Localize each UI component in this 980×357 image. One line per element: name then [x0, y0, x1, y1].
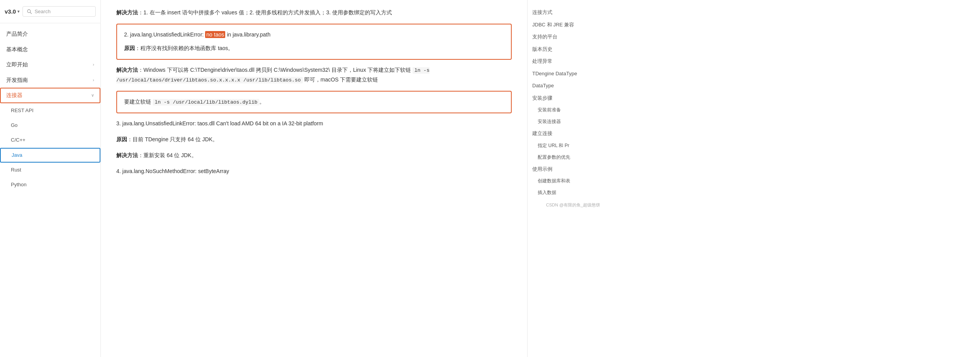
chevron-right-icon: › [93, 62, 94, 68]
solution2-intro-block: 解决方法：Windows 下可以将 C:\TDengine\driver\tao… [116, 65, 512, 85]
solution2-end: 。 [259, 99, 265, 105]
error2-suffix: in java.library.path [225, 31, 270, 38]
error2-highlight: no taos [205, 31, 225, 38]
sidebar-item-dev-guide[interactable]: 开发指南 › [0, 73, 100, 88]
sidebar-item-label: Go [11, 122, 17, 129]
sidebar-item-label: 产品简介 [6, 30, 28, 38]
version-label: v3.0 [5, 8, 16, 15]
right-sidebar-item-usage-examples[interactable]: 使用示例 [532, 163, 600, 175]
sidebar-item-label: 基本概念 [6, 46, 28, 54]
error3-block: 3. java.lang.UnsatisfiedLinkError: taos.… [116, 119, 512, 128]
right-sidebar-item-specify-url[interactable]: 指定 URL 和 Pr [532, 140, 600, 151]
sidebar-item-cpp[interactable]: C/C++ [0, 133, 100, 147]
sidebar-item-java[interactable]: Java [0, 148, 100, 163]
sidebar-header: v3.0 ▾ Search [0, 0, 100, 23]
cause3-block: 原因：目前 TDengine 只支持 64 位 JDK。 [116, 135, 512, 144]
right-sidebar-item-tdengine-datatype[interactable]: TDengine DataType [532, 68, 600, 80]
solution2-code2: ln -s /usr/local/lib/libtaos.dylib [153, 99, 259, 106]
sidebar-item-label: 立即开始 [6, 61, 28, 69]
sidebar-item-go[interactable]: Go [0, 118, 100, 133]
error2-cause: 原因：程序没有找到依赖的本地函数库 taos。 [124, 43, 504, 53]
sidebar-item-label: 开发指南 [6, 76, 28, 84]
watermark: CSDN @有限的鱼_超级憨饼 [532, 202, 600, 208]
right-sidebar-item-install-steps[interactable]: 安装步骤 [532, 92, 600, 104]
chevron-right-icon: › [93, 77, 94, 83]
cause2-label: 原因 [124, 45, 135, 51]
search-box[interactable]: Search [22, 6, 96, 17]
error3-number: 3. java.lang.UnsatisfiedLinkError: taos.… [116, 120, 323, 127]
version-selector[interactable]: v3.0 ▾ [5, 8, 19, 15]
sidebar-item-rest-api[interactable]: REST API [0, 103, 100, 118]
right-sidebar-item-handle-exceptions[interactable]: 处理异常 [532, 55, 600, 68]
right-sidebar-item-pre-install[interactable]: 安装前准备 [532, 104, 600, 116]
search-placeholder: Search [35, 9, 50, 14]
sidebar-item-label: C/C++ [11, 137, 26, 144]
cause3-text: ：目前 TDengine 只支持 64 位 JDK。 [127, 136, 218, 142]
svg-line-1 [30, 12, 32, 14]
solution1-text: ：1. 在一条 insert 语句中拼接多个 values 值；2. 使用多线程… [138, 9, 392, 16]
error2-box: 2. java.lang.UnsatisfiedLinkError: no ta… [116, 24, 512, 59]
chevron-down-icon: ∨ [91, 92, 94, 98]
solution1-block: 解决方法：1. 在一条 insert 语句中拼接多个 values 值；2. 使… [116, 8, 512, 17]
right-sidebar-item-version-history[interactable]: 版本历史 [532, 43, 600, 55]
error4-number: 4. java.lang.NoSuchMethodError: setByteA… [116, 168, 229, 174]
right-sidebar-item-datatype[interactable]: DataType [532, 80, 600, 92]
solution2-code-box: 要建立软链 ln -s /usr/local/lib/libtaos.dylib… [116, 91, 512, 113]
right-sidebar-item-create-db-table[interactable]: 创建数据库和表 [532, 175, 600, 187]
right-sidebar-item-insert-data[interactable]: 插入数据 [532, 187, 600, 198]
solution2-macos-text: 要建立软链 [124, 99, 153, 105]
right-sidebar-item-supported-platforms[interactable]: 支持的平台 [532, 31, 600, 43]
sidebar-item-python[interactable]: Python [0, 177, 100, 192]
search-icon [27, 9, 32, 14]
sidebar-item-basic-concepts[interactable]: 基本概念 [0, 42, 100, 57]
error2-number: 2. java.lang.UnsatisfiedLinkError: [124, 31, 205, 38]
sidebar-nav: 产品简介 基本概念 立即开始 › 开发指南 › 连接器 ∨ REST API G… [0, 23, 100, 195]
right-sidebar-item-connection-method[interactable]: 连接方式 [532, 6, 600, 19]
sidebar-item-connector[interactable]: 连接器 ∨ [0, 88, 100, 103]
sidebar-item-label: REST API [11, 107, 33, 114]
solution2-intro: ：Windows 下可以将 C:\TDengine\driver\taos.dl… [138, 67, 412, 73]
right-sidebar-item-jdbc-jre[interactable]: JDBC 和 JRE 兼容 [532, 19, 600, 31]
solution1-label: 解决方法 [116, 9, 138, 16]
solution3-label: 解决方法 [116, 152, 138, 158]
sidebar-item-label: Python [11, 181, 26, 188]
chevron-down-icon: ▾ [17, 9, 19, 14]
error2-title: 2. java.lang.UnsatisfiedLinkError: no ta… [124, 30, 504, 40]
solution2-mid: 即可，macOS 下需要建立软链 [303, 76, 378, 83]
cause2-text: ：程序没有找到依赖的本地函数库 taos。 [135, 45, 233, 51]
solution3-text: ：重新安装 64 位 JDK。 [138, 152, 197, 158]
sidebar-item-label: Java [12, 152, 22, 159]
sidebar-item-product-intro[interactable]: 产品简介 [0, 26, 100, 42]
left-sidebar: v3.0 ▾ Search 产品简介 基本概念 立即开始 › 开发指南 › [0, 0, 101, 357]
error4-block: 4. java.lang.NoSuchMethodError: setByteA… [116, 166, 512, 176]
right-sidebar-item-establish-connection[interactable]: 建立连接 [532, 127, 600, 140]
right-sidebar: 连接方式 JDBC 和 JRE 兼容 支持的平台 版本历史 处理异常 TDeng… [527, 0, 605, 357]
sidebar-item-label: 连接器 [6, 92, 22, 99]
sidebar-item-rust[interactable]: Rust [0, 163, 100, 177]
solution2-label: 解决方法 [116, 67, 138, 73]
sidebar-item-label: Rust [11, 166, 21, 173]
right-sidebar-item-config-params[interactable]: 配置参数的优先 [532, 151, 600, 163]
right-sidebar-item-install-connector[interactable]: 安装连接器 [532, 116, 600, 127]
cause3-label: 原因 [116, 136, 127, 142]
sidebar-item-quick-start[interactable]: 立即开始 › [0, 57, 100, 73]
solution3-block: 解决方法：重新安装 64 位 JDK。 [116, 151, 512, 160]
main-content: 解决方法：1. 在一条 insert 语句中拼接多个 values 值；2. 使… [101, 0, 527, 357]
